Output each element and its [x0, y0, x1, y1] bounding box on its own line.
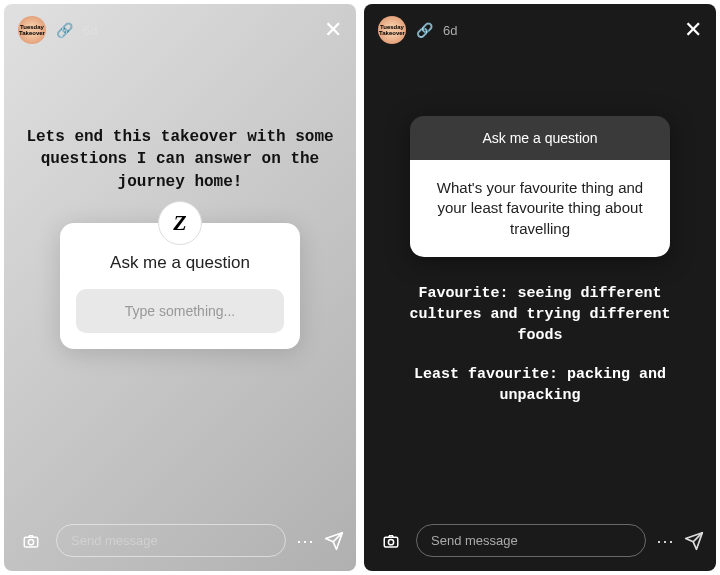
- send-message-input[interactable]: Send message: [56, 524, 286, 557]
- timestamp: 6d: [83, 23, 97, 38]
- close-icon[interactable]: ✕: [684, 17, 702, 43]
- story-footer: Send message ⋯: [364, 514, 716, 571]
- answer-least-favourite: Least favourite: packing and unpacking: [384, 364, 696, 406]
- answer-card-header: Ask me a question: [410, 116, 670, 160]
- story-header: Tuesday Takeover 🔗 6d ✕: [4, 4, 356, 56]
- send-icon[interactable]: [684, 531, 704, 551]
- camera-icon[interactable]: [16, 526, 46, 556]
- send-icon[interactable]: [324, 531, 344, 551]
- close-icon[interactable]: ✕: [324, 17, 342, 43]
- story-content: Ask me a question What's your favourite …: [364, 56, 716, 514]
- svg-rect-2: [384, 537, 398, 547]
- story-left: Tuesday Takeover 🔗 6d ✕ Lets end this ta…: [4, 4, 356, 571]
- avatar[interactable]: Tuesday Takeover: [378, 16, 406, 44]
- story-footer: Send message ⋯: [4, 514, 356, 571]
- question-prompt: Ask me a question: [76, 253, 284, 273]
- more-icon[interactable]: ⋯: [656, 530, 674, 552]
- link-icon: 🔗: [416, 22, 433, 38]
- answer-favourite: Favourite: seeing different cultures and…: [384, 283, 696, 346]
- avatar[interactable]: Tuesday Takeover: [18, 16, 46, 44]
- question-input[interactable]: Type something...: [76, 289, 284, 333]
- svg-point-1: [28, 539, 33, 544]
- story-content: Lets end this takeover with some questio…: [4, 56, 356, 514]
- caption-text: Lets end this takeover with some questio…: [24, 126, 336, 193]
- send-message-placeholder: Send message: [431, 533, 518, 548]
- svg-rect-0: [24, 537, 38, 547]
- story-right: Tuesday Takeover 🔗 6d ✕ Ask me a questio…: [364, 4, 716, 571]
- svg-point-3: [388, 539, 393, 544]
- camera-icon[interactable]: [376, 526, 406, 556]
- question-card: Z Ask me a question Type something...: [60, 223, 300, 349]
- timestamp: 6d: [443, 23, 457, 38]
- question-avatar: Z: [158, 201, 202, 245]
- send-message-placeholder: Send message: [71, 533, 158, 548]
- more-icon[interactable]: ⋯: [296, 530, 314, 552]
- story-header: Tuesday Takeover 🔗 6d ✕: [364, 4, 716, 56]
- answer-card: Ask me a question What's your favourite …: [410, 116, 670, 257]
- link-icon: 🔗: [56, 22, 73, 38]
- send-message-input[interactable]: Send message: [416, 524, 646, 557]
- answer-card-body: What's your favourite thing and your lea…: [410, 160, 670, 257]
